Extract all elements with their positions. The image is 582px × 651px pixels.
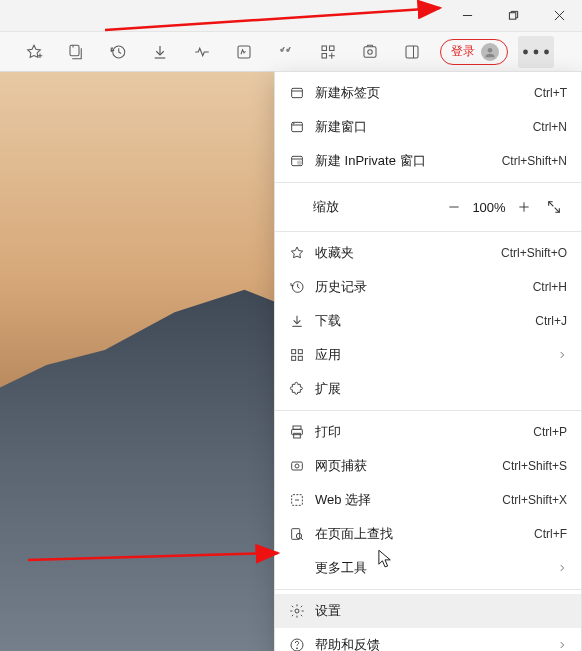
capture-icon bbox=[361, 43, 379, 61]
svg-rect-12 bbox=[406, 46, 418, 58]
menu-label: 网页捕获 bbox=[315, 457, 502, 475]
gear-icon bbox=[289, 603, 315, 619]
menu-label: 新建标签页 bbox=[315, 84, 534, 102]
menu-item-apps[interactable]: 应用 bbox=[275, 338, 581, 372]
menu-item-settings[interactable]: 设置 bbox=[275, 594, 581, 628]
menu-item-find[interactable]: 在页面上查找 Ctrl+F bbox=[275, 517, 581, 551]
menu-label: 收藏夹 bbox=[315, 244, 501, 262]
web-capture-button[interactable] bbox=[350, 35, 390, 69]
menu-label: 更多工具 bbox=[315, 559, 557, 577]
menu-shortcut: Ctrl+Shift+X bbox=[502, 493, 567, 507]
svg-rect-31 bbox=[298, 350, 302, 354]
menu-shortcut: Ctrl+N bbox=[533, 120, 567, 134]
avatar-icon bbox=[481, 43, 499, 61]
window-restore-button[interactable] bbox=[490, 0, 536, 31]
window-close-button[interactable] bbox=[536, 0, 582, 31]
svg-rect-25 bbox=[298, 161, 301, 164]
menu-label: 设置 bbox=[315, 602, 567, 620]
zoom-value: 100% bbox=[469, 200, 509, 215]
menu-item-zoom: 缩放 100% bbox=[275, 187, 581, 227]
svg-rect-37 bbox=[292, 462, 303, 470]
menu-item-history[interactable]: 历史记录 Ctrl+H bbox=[275, 270, 581, 304]
svg-rect-18 bbox=[292, 88, 303, 97]
minimize-icon bbox=[462, 10, 473, 21]
download-icon bbox=[151, 43, 169, 61]
menu-item-extensions[interactable]: 扩展 bbox=[275, 372, 581, 406]
menu-item-more-tools[interactable]: 更多工具 bbox=[275, 551, 581, 585]
svg-point-15 bbox=[523, 49, 528, 54]
downloads-button[interactable] bbox=[140, 35, 180, 69]
menu-separator bbox=[275, 231, 581, 232]
menu-label: 应用 bbox=[315, 346, 557, 364]
plus-icon bbox=[517, 200, 531, 214]
svg-rect-4 bbox=[70, 45, 79, 56]
menu-item-web-select[interactable]: Web 选择 Ctrl+Shift+X bbox=[275, 483, 581, 517]
svg-point-44 bbox=[296, 648, 297, 649]
menu-item-help[interactable]: 帮助和反馈 bbox=[275, 628, 581, 651]
restore-icon bbox=[508, 10, 519, 21]
menu-item-web-capture[interactable]: 网页捕获 Ctrl+Shift+S bbox=[275, 449, 581, 483]
minus-icon bbox=[447, 200, 461, 214]
settings-and-more-menu: 新建标签页 Ctrl+T 新建窗口 Ctrl+N 新建 InPrivate 窗口… bbox=[274, 71, 582, 651]
puzzle-icon bbox=[289, 381, 315, 397]
math-solver-button[interactable] bbox=[224, 35, 264, 69]
chevron-right-icon bbox=[557, 561, 567, 576]
menu-shortcut: Ctrl+P bbox=[533, 425, 567, 439]
download-icon bbox=[289, 313, 315, 329]
menu-separator bbox=[275, 410, 581, 411]
citations-button[interactable] bbox=[266, 35, 306, 69]
inprivate-icon bbox=[289, 153, 315, 169]
svg-rect-9 bbox=[322, 53, 327, 58]
menu-shortcut: Ctrl+Shift+O bbox=[501, 246, 567, 260]
menu-item-new-inprivate[interactable]: 新建 InPrivate 窗口 Ctrl+Shift+N bbox=[275, 144, 581, 178]
history-icon bbox=[289, 279, 315, 295]
zoom-out-button[interactable] bbox=[439, 192, 469, 222]
menu-shortcut: Ctrl+J bbox=[535, 314, 567, 328]
svg-rect-10 bbox=[364, 46, 376, 57]
menu-separator bbox=[275, 182, 581, 183]
collections-icon bbox=[67, 43, 85, 61]
menu-label: 打印 bbox=[315, 423, 533, 441]
performance-button[interactable] bbox=[182, 35, 222, 69]
menu-label: 新建窗口 bbox=[315, 118, 533, 136]
web-select-icon bbox=[289, 492, 315, 508]
close-icon bbox=[554, 10, 565, 21]
window-titlebar bbox=[0, 0, 582, 32]
settings-and-more-button[interactable] bbox=[518, 36, 554, 68]
new-window-icon bbox=[289, 119, 315, 135]
menu-item-new-tab[interactable]: 新建标签页 Ctrl+T bbox=[275, 76, 581, 110]
collections-button[interactable] bbox=[56, 35, 96, 69]
svg-point-14 bbox=[488, 47, 493, 52]
window-minimize-button[interactable] bbox=[444, 0, 490, 31]
menu-shortcut: Ctrl+F bbox=[534, 527, 567, 541]
login-button[interactable]: 登录 bbox=[440, 39, 508, 65]
capture-icon bbox=[289, 458, 315, 474]
menu-item-print[interactable]: 打印 Ctrl+P bbox=[275, 415, 581, 449]
zoom-in-button[interactable] bbox=[509, 192, 539, 222]
history-button[interactable] bbox=[98, 35, 138, 69]
quote-icon bbox=[277, 43, 295, 61]
menu-item-favorites[interactable]: 收藏夹 Ctrl+Shift+O bbox=[275, 236, 581, 270]
menu-item-new-window[interactable]: 新建窗口 Ctrl+N bbox=[275, 110, 581, 144]
svg-point-17 bbox=[544, 49, 549, 54]
menu-item-downloads[interactable]: 下载 Ctrl+J bbox=[275, 304, 581, 338]
menu-shortcut: Ctrl+H bbox=[533, 280, 567, 294]
chevron-right-icon bbox=[557, 348, 567, 363]
zoom-label: 缩放 bbox=[313, 198, 439, 216]
favorites-star-button[interactable] bbox=[14, 35, 54, 69]
history-icon bbox=[109, 43, 127, 61]
fullscreen-button[interactable] bbox=[539, 192, 569, 222]
svg-point-16 bbox=[534, 49, 539, 54]
menu-label: 新建 InPrivate 窗口 bbox=[315, 152, 502, 170]
svg-rect-33 bbox=[298, 356, 302, 360]
menu-label: 扩展 bbox=[315, 380, 567, 398]
fullscreen-icon bbox=[546, 199, 562, 215]
svg-rect-1 bbox=[509, 13, 515, 19]
apps-button[interactable] bbox=[308, 35, 348, 69]
svg-point-38 bbox=[295, 464, 299, 468]
svg-point-22 bbox=[293, 123, 294, 124]
sidebar-button[interactable] bbox=[392, 35, 432, 69]
login-label: 登录 bbox=[451, 43, 475, 60]
help-icon bbox=[289, 637, 315, 651]
heartbeat-icon bbox=[193, 43, 211, 61]
